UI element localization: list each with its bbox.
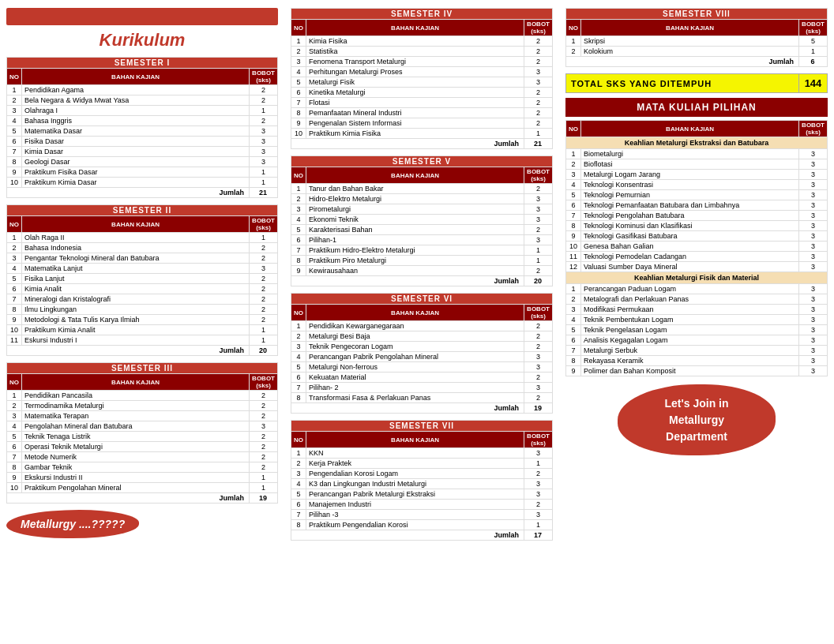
table-row: 7Flotasi2: [291, 98, 553, 108]
blob-line3: Department: [666, 430, 727, 443]
table-row: 5Fisika Lanjut2: [7, 274, 278, 284]
jumlah-row: Jumlah 21: [291, 139, 553, 149]
semester2-table: SEMESTER II NO BAHAN KAJIAN BOBOT (sks) …: [6, 204, 278, 356]
semester6-header: SEMESTER VI: [291, 294, 553, 305]
table-row: 2Metalografi dan Perlakuan Panas3: [566, 294, 828, 305]
right-column: SEMESTER VIII NO BAHAN KAJIAN BOBOT (sks…: [559, 0, 834, 644]
table-row: 5Karakterisasi Bahan2: [291, 225, 553, 235]
right-blob: Let's Join in Metallurgy Department: [618, 384, 776, 455]
jumlah-row: Jumlah 19: [291, 403, 553, 414]
table-row: 1Biometalurgi3: [566, 149, 828, 159]
table-row: 4Matematika Lanjut3: [7, 264, 278, 274]
table-row: 2Kolokium1: [566, 47, 828, 57]
table-row: 4Bahasa Inggris2: [7, 116, 278, 126]
table-row: 2Kerja Praktek1: [291, 459, 553, 469]
table-row: 2Termodinamika Metalurgi2: [7, 401, 278, 411]
table-row: 9Kewirausahaan2: [291, 266, 553, 276]
logo-bar: [6, 8, 278, 25]
table-row: 3Pengendalian Korosi Logam2: [291, 469, 553, 479]
semester4-header: SEMESTER IV: [291, 9, 553, 20]
table-row: 1Kimia Fisika2: [291, 36, 553, 47]
table-row: 2Bioflotasi3: [566, 159, 828, 170]
table-row: 3Pirometalurgi3: [291, 204, 553, 215]
table-row: 5Teknologi Pemurnian3: [566, 190, 828, 200]
table-row: 8Geologi Dasar3: [7, 157, 278, 167]
jumlah-row: Jumlah 20: [7, 346, 278, 356]
total-sks-table: TOTAL SKS YANG DITEMPUH 144: [565, 73, 828, 93]
mata-kuliah-header: MATA KULIAH PILIHAN: [565, 98, 828, 117]
right-blob-text: Let's Join in Metallurgy Department: [664, 395, 728, 445]
table-row: 8Praktikum Piro Metalurgi1: [291, 256, 553, 266]
table-row: 8Transformasi Fasa & Perlakuan Panas2: [291, 393, 553, 403]
table-row: 1Pendidikan Pancasila2: [7, 391, 278, 401]
table-row: 9Teknologi Gasifikasi Batubara3: [566, 231, 828, 242]
table-row: 5Metalurgi Non-ferrous3: [291, 362, 553, 373]
table-row: 6Kimia Analit2: [7, 284, 278, 294]
semester2-header: SEMESTER II: [7, 205, 278, 216]
table-row: 6Fisika Dasar3: [7, 137, 278, 147]
mata-kuliah-table: NO BAHAN KAJIAN BOBOT (sks) Keahlian Met…: [565, 120, 828, 376]
jumlah-row: Jumlah 6: [566, 57, 828, 67]
table-row: 10Praktikum Kimia Fisika1: [291, 129, 553, 139]
table-row: 1Tanur dan Bahan Bakar2: [291, 184, 553, 194]
table-row: 3Fenomena Transport Metalurgi2: [291, 57, 553, 67]
table-row: 1Perancangan Paduan Logam3: [566, 284, 828, 294]
table-row: 11Eskursi Industri I1: [7, 335, 278, 346]
total-label: TOTAL SKS YANG DITEMPUH: [566, 74, 799, 93]
col-no: NO: [7, 69, 22, 85]
table-row: 2Metalurgi Besi Baja2: [291, 331, 553, 342]
left-column: Kurikulum SEMESTER I NO BAHAN KAJIAN BOB…: [0, 0, 284, 644]
table-row: 7Kimia Dasar3: [7, 147, 278, 157]
group-label-row: Keahlian Metalurgi Ekstraksi dan Batubar…: [566, 137, 828, 149]
table-row: 5Teknik Pengelasan Logam3: [566, 325, 828, 335]
table-row: 7Praktikum Hidro-Elektro Metalurgi1: [291, 245, 553, 256]
left-blob-text: Metallurgy ....?????: [21, 518, 125, 530]
semester5-table: SEMESTER V NO BAHAN KAJIAN BOBOT (sks) 1…: [291, 155, 553, 286]
left-blob: Metallurgy ....?????: [6, 510, 139, 538]
semester6-table: SEMESTER VI NO BAHAN KAJIAN BOBOT (sks) …: [291, 293, 553, 414]
jumlah-row: Jumlah 21: [7, 188, 278, 198]
semester5-header: SEMESTER V: [291, 156, 553, 167]
jumlah-row: Jumlah 17: [291, 530, 553, 541]
table-row: 10Praktikum Kimia Dasar1: [7, 178, 278, 188]
mid-column: SEMESTER IV NO BAHAN KAJIAN BOBOT (sks) …: [284, 0, 559, 644]
table-row: 9Pengenalan Sistem Informasi2: [291, 118, 553, 129]
table-row: 4Perhitungan Metalurgi Proses3: [291, 67, 553, 77]
blob-line1: Let's Join in: [664, 397, 728, 410]
table-row: 2Statistika2: [291, 47, 553, 57]
table-row: 3Olahraga I1: [7, 106, 278, 116]
table-row: 1Skripsi5: [566, 36, 828, 47]
table-row: 5Teknik Tenaga Listrik2: [7, 432, 278, 442]
table-row: 9Metodologi & Tata Tulis Karya Ilmiah2: [7, 315, 278, 325]
table-row: 10Praktikum Kimia Analit1: [7, 325, 278, 335]
left-blob-container: Metallurgy ....?????: [6, 510, 278, 538]
table-row: 4Ekonomi Teknik3: [291, 215, 553, 225]
table-row: 4Pengolahan Mineral dan Batubara3: [7, 421, 278, 432]
semester1-table: SEMESTER I NO BAHAN KAJIAN BOBOT (sks) 1…: [6, 57, 278, 198]
table-row: 1Pendidikan Agama2: [7, 85, 278, 95]
semester3-header: SEMESTER III: [7, 363, 278, 374]
table-row: 8Gambar Teknik2: [7, 462, 278, 473]
table-row: 3Pengantar Teknologi Mineral dan Batubar…: [7, 253, 278, 264]
table-row: 1Pendidikan Kewarganegaraan2: [291, 321, 553, 331]
table-row: 7Metode Numerik2: [7, 452, 278, 462]
semester4-table: SEMESTER IV NO BAHAN KAJIAN BOBOT (sks) …: [291, 8, 553, 149]
table-row: 8Rekayasa Keramik3: [566, 356, 828, 366]
table-row: 2Bela Negara & Widya Mwat Yasa2: [7, 95, 278, 106]
table-row: 3Teknik Pengecoran Logam2: [291, 342, 553, 352]
semester1-header: SEMESTER I: [7, 58, 278, 69]
table-row: 7Metalurgi Serbuk3: [566, 346, 828, 356]
jumlah-row: Jumlah 20: [291, 276, 553, 286]
table-row: 3Matematika Terapan2: [7, 411, 278, 421]
table-row: 4K3 dan Lingkungan Industri Metalurgi3: [291, 479, 553, 489]
table-row: 9Polimer dan Bahan Komposit3: [566, 366, 828, 376]
table-row: 6Operasi Teknik Metalurgi2: [7, 442, 278, 452]
table-row: 2Bahasa Indonesia2: [7, 243, 278, 253]
right-blob-container: Let's Join in Metallurgy Department: [565, 384, 828, 455]
table-row: 8Teknologi Kominusi dan Klasifikasi3: [566, 221, 828, 231]
table-row: 4Teknologi Konsentrasi3: [566, 180, 828, 190]
table-row: 6Teknologi Pemanfaatan Batubara dan Limb…: [566, 200, 828, 211]
page-title: Kurikulum: [6, 30, 278, 51]
total-value: 144: [799, 74, 828, 93]
table-row: 3Metalurgi Logam Jarang3: [566, 170, 828, 180]
